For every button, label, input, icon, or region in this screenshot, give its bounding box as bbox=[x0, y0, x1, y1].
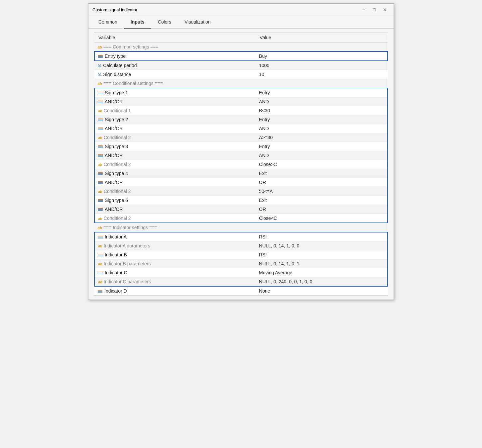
window-title: Custom signal indicator bbox=[92, 7, 137, 12]
cell-variable: ab Conditional 2 bbox=[94, 214, 256, 223]
cell-value bbox=[256, 223, 388, 232]
cell-variable: AND/OR bbox=[94, 205, 256, 214]
cell-value: Close<C bbox=[256, 214, 388, 223]
tab-bar: Common Inputs Colors Visualization bbox=[88, 16, 394, 29]
cell-value: RSI bbox=[256, 250, 388, 259]
cell-variable: 01 Sign distance bbox=[94, 70, 256, 79]
variable-name: Indicator C parameters bbox=[104, 279, 151, 284]
enum-icon bbox=[98, 145, 103, 148]
minimize-button[interactable]: − bbox=[359, 6, 368, 13]
tab-visualization[interactable]: Visualization bbox=[178, 16, 217, 29]
cell-value: 1000 bbox=[256, 61, 388, 70]
cell-value: RSI bbox=[256, 232, 388, 241]
variable-name: Indicator A bbox=[105, 234, 127, 239]
variable-name: Indicator B parameters bbox=[104, 261, 151, 266]
cell-value: Close>C bbox=[256, 160, 388, 169]
table-row[interactable]: AND/ORAND bbox=[94, 124, 388, 133]
cell-variable: Sign type 2 bbox=[94, 115, 256, 124]
table-row: ab Indicator A parametersNULL, 0, 14, 1,… bbox=[94, 241, 388, 250]
title-bar: Custom signal indicator − □ ✕ bbox=[88, 4, 394, 16]
cell-value: OR bbox=[256, 178, 388, 187]
table-row: ab === Common settings === bbox=[94, 43, 388, 52]
cell-value: AND bbox=[256, 151, 388, 160]
tab-content: Variable Value ab === Common settings ==… bbox=[88, 29, 394, 300]
cell-value: NULL, 0, 14, 1, 0, 1 bbox=[256, 259, 388, 268]
cell-variable: Sign type 4 bbox=[94, 169, 256, 178]
enum-icon bbox=[98, 101, 103, 103]
cell-variable: ab Conditional 2 bbox=[94, 187, 256, 196]
variable-name: AND/OR bbox=[105, 180, 123, 185]
cell-variable: Entry type bbox=[94, 51, 256, 61]
cell-value: Moving Average bbox=[256, 268, 388, 277]
cell-variable: ab Indicator C parameters bbox=[94, 277, 256, 287]
cell-value: NULL, 0, 14, 1, 0, 0 bbox=[256, 241, 388, 250]
variable-name: AND/OR bbox=[105, 126, 123, 131]
cell-variable: Indicator B bbox=[94, 250, 256, 259]
variable-name: Conditional 1 bbox=[104, 108, 131, 113]
table-row: ab === Indicator settings === bbox=[94, 223, 388, 232]
main-window: Custom signal indicator − □ ✕ Common Inp… bbox=[88, 3, 394, 300]
icon-ab: ab bbox=[98, 262, 102, 266]
table-row[interactable]: Indicator ARSI bbox=[94, 232, 388, 241]
cell-variable: ab === Conditional settings === bbox=[94, 79, 256, 88]
table-row[interactable]: AND/OROR bbox=[94, 178, 388, 187]
cell-variable: ab === Indicator settings === bbox=[94, 223, 256, 232]
enum-icon bbox=[98, 172, 103, 175]
close-button[interactable]: ✕ bbox=[380, 6, 390, 13]
cell-variable: Sign type 3 bbox=[94, 142, 256, 151]
maximize-button[interactable]: □ bbox=[370, 6, 379, 13]
table-row[interactable]: Sign type 3Entry bbox=[94, 142, 388, 151]
variable-name: Sign distance bbox=[103, 72, 131, 77]
enum-icon bbox=[98, 92, 103, 94]
table-row: ab Conditional 2A>=30 bbox=[94, 133, 388, 142]
icon-01: 01 bbox=[98, 64, 102, 68]
table-row[interactable]: AND/OROR bbox=[94, 205, 388, 214]
enum-icon bbox=[98, 154, 103, 157]
enum-icon bbox=[98, 55, 103, 58]
tab-colors[interactable]: Colors bbox=[151, 16, 178, 29]
variable-name: Sign type 4 bbox=[105, 171, 128, 176]
enum-icon bbox=[98, 272, 103, 274]
cell-value: Entry bbox=[256, 142, 388, 151]
cell-variable: AND/OR bbox=[94, 97, 256, 106]
table-row[interactable]: Sign type 1Entry bbox=[94, 88, 388, 97]
cell-value: Buy bbox=[256, 51, 388, 61]
variable-name: Indicator B bbox=[105, 252, 127, 257]
cell-variable: Sign type 5 bbox=[94, 196, 256, 205]
tab-common[interactable]: Common bbox=[92, 16, 124, 29]
enum-icon bbox=[98, 254, 103, 256]
col-value-header: Value bbox=[256, 33, 388, 43]
table-row[interactable]: Indicator CMoving Average bbox=[94, 268, 388, 277]
cell-variable: ab === Common settings === bbox=[94, 43, 256, 52]
table-row: ab Conditional 2Close<C bbox=[94, 214, 388, 223]
cell-variable: ab Conditional 2 bbox=[94, 160, 256, 169]
table-row[interactable]: Indicator DNone bbox=[94, 286, 388, 295]
variable-name: AND/OR bbox=[105, 153, 123, 158]
table-row[interactable]: Sign type 4Exit bbox=[94, 169, 388, 178]
icon-ab: ab bbox=[98, 163, 102, 167]
table-row[interactable]: AND/ORAND bbox=[94, 151, 388, 160]
icon-ab: ab bbox=[98, 280, 102, 284]
icon-ab: ab bbox=[98, 109, 102, 113]
variable-name: Sign type 3 bbox=[105, 144, 128, 149]
table-row[interactable]: Sign type 2Entry bbox=[94, 115, 388, 124]
table-row[interactable]: AND/ORAND bbox=[94, 97, 388, 106]
icon-ab: ab bbox=[98, 244, 102, 248]
icon-ab: ab bbox=[98, 226, 102, 230]
table-row[interactable]: Sign type 5Exit bbox=[94, 196, 388, 205]
table-row[interactable]: Entry typeBuy bbox=[94, 51, 388, 61]
enum-icon bbox=[98, 208, 103, 211]
cell-value bbox=[256, 79, 388, 88]
cell-value: AND bbox=[256, 124, 388, 133]
cell-value: 10 bbox=[256, 70, 388, 79]
variable-name: === Common settings === bbox=[103, 44, 159, 49]
col-variable-header: Variable bbox=[94, 33, 256, 43]
variable-name: Sign type 2 bbox=[105, 117, 128, 122]
icon-ab: ab bbox=[98, 45, 102, 49]
tab-inputs[interactable]: Inputs bbox=[124, 16, 151, 29]
icon-ab: ab bbox=[98, 217, 102, 221]
cell-value: 50<=A bbox=[256, 187, 388, 196]
variable-name: Conditional 2 bbox=[104, 162, 131, 167]
table-row[interactable]: Indicator BRSI bbox=[94, 250, 388, 259]
enum-icon bbox=[98, 236, 103, 238]
